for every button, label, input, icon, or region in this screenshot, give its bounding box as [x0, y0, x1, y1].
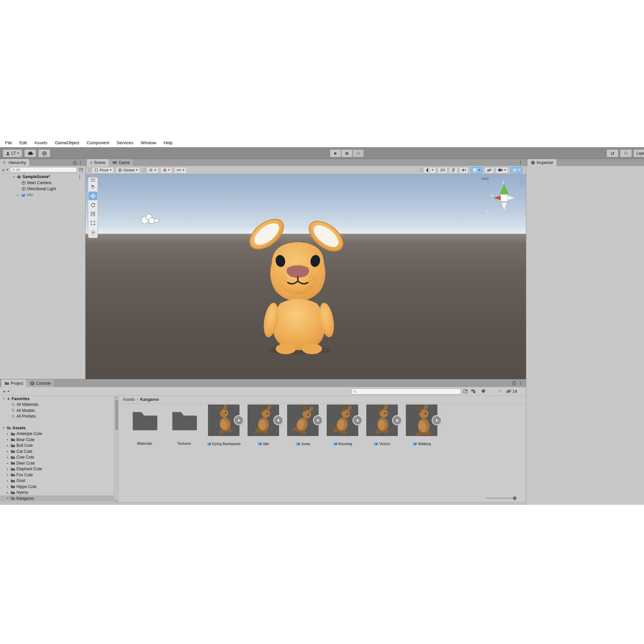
breadcrumb-current[interactable]: Kangaroo — [140, 397, 159, 402]
hierarchy-item-directional-light[interactable]: Directional Light — [0, 186, 85, 192]
move-tool-button[interactable] — [89, 192, 97, 200]
snap-settings-dropdown[interactable] — [174, 167, 187, 173]
camera-dropdown[interactable] — [496, 167, 508, 173]
tree-folder-antelope-cute[interactable]: ▸Antelope Cute — [0, 431, 114, 437]
tree-assets-root[interactable]: ▾ Assets — [0, 425, 114, 431]
tree-all-prefabs[interactable]: All Prefabs — [0, 414, 114, 420]
tab-inspector[interactable]: Inspector — [528, 159, 556, 166]
gizmos-dropdown[interactable] — [510, 167, 523, 173]
step-button[interactable] — [353, 149, 364, 157]
overlay-drag-handle[interactable] — [91, 179, 95, 181]
play-preview-button[interactable] — [273, 415, 283, 425]
tree-folder-goat[interactable]: ▸Goat — [0, 478, 114, 484]
tree-folder-deer-cute[interactable]: ▸Deer Cute — [0, 460, 114, 466]
menu-component[interactable]: Component — [83, 140, 113, 145]
play-preview-button[interactable] — [234, 415, 244, 425]
create-button[interactable]: + — [2, 167, 5, 172]
scroll-up-icon[interactable]: ▲ — [114, 396, 118, 398]
hidden-count-icon[interactable] — [506, 389, 512, 393]
create-button[interactable]: + — [3, 389, 6, 394]
asset-prefab-running[interactable]: Running — [327, 405, 358, 446]
camera-gizmo-icon[interactable] — [138, 211, 162, 227]
asset-prefab-victory[interactable]: Victory — [366, 405, 398, 446]
tab-game[interactable]: Game — [109, 159, 133, 166]
overlay-collapse-icon[interactable]: ‹ — [486, 207, 488, 214]
audio-toggle[interactable] — [459, 167, 469, 173]
lock-icon[interactable] — [73, 161, 76, 165]
tab-scene[interactable]: # Scene — [87, 159, 109, 166]
tree-all-materials[interactable]: All Materials — [0, 402, 114, 408]
toolbar-handle[interactable] — [420, 168, 422, 172]
play-preview-button[interactable] — [432, 415, 442, 425]
hierarchy-item-main-camera[interactable]: Main Camera — [0, 180, 85, 186]
rotate-tool-button[interactable] — [89, 201, 97, 209]
slider-knob[interactable] — [513, 496, 517, 500]
global-search-button[interactable] — [620, 149, 632, 157]
asset-folder-materials[interactable]: Materials — [129, 405, 160, 446]
panel-menu-icon[interactable]: ⋮ — [518, 160, 523, 165]
tree-folder-hyena[interactable]: ▸Hyena — [0, 490, 114, 496]
effects-dropdown[interactable] — [470, 167, 483, 173]
tree-favorites[interactable]: ▾ ★ Favorites — [0, 396, 114, 402]
menu-assets[interactable]: Assets — [31, 140, 51, 145]
pause-button[interactable] — [341, 149, 353, 157]
tree-folder-bear-cute[interactable]: ▸Bear Cute — [0, 437, 114, 443]
tree-scrollbar[interactable]: ▲ ▼ — [114, 396, 118, 502]
search-window-icon[interactable] — [78, 167, 83, 172]
hierarchy-item-scene[interactable]: ▾ SampleScene* ⋮ — [0, 174, 85, 180]
menu-services[interactable]: Services — [113, 140, 137, 145]
menu-window[interactable]: Window — [137, 140, 160, 145]
save-search-icon[interactable]: ★ — [498, 388, 502, 394]
tree-folder-elephant-cute[interactable]: ▸Elephant Cute — [0, 466, 114, 472]
pivot-dropdown[interactable]: Pivot — [92, 167, 114, 173]
menu-gameobject[interactable]: GameObject — [51, 140, 83, 145]
tree-folder-cow-cute[interactable]: ▸Cow Cute — [0, 454, 114, 461]
menu-edit[interactable]: Edit — [16, 140, 31, 145]
tree-folder-fox-cute[interactable]: ▸Fox Cute — [0, 472, 114, 478]
hierarchy-search-input[interactable]: All — [10, 167, 77, 172]
search-by-type-icon[interactable] — [471, 389, 476, 393]
shading-mode-dropdown[interactable] — [424, 167, 436, 173]
tree-all-models[interactable]: All Models — [0, 408, 114, 414]
menu-help[interactable]: Help — [160, 140, 176, 145]
scrollbar-thumb[interactable] — [115, 400, 118, 430]
tab-console[interactable]: Console — [27, 379, 54, 387]
gizmo-lock-icon[interactable] — [520, 181, 524, 186]
play-preview-button[interactable] — [313, 415, 323, 425]
play-preview-button[interactable] — [353, 415, 363, 425]
search-window-icon[interactable] — [463, 389, 468, 394]
2d-toggle[interactable]: 2D — [438, 167, 447, 173]
tab-project[interactable]: Project — [1, 379, 26, 387]
cloud-button[interactable] — [24, 149, 36, 157]
hierarchy-item-idle[interactable]: ▸ Idle — [0, 192, 85, 198]
grid-snap-dropdown[interactable] — [147, 167, 159, 173]
menu-file[interactable]: File — [1, 140, 16, 145]
toolbar-handle[interactable] — [143, 168, 145, 172]
panel-menu-icon[interactable]: ⋮ — [518, 381, 523, 386]
tree-folder-hippo-cute[interactable]: ▸Hippo Cute — [0, 484, 114, 490]
create-dropdown-icon[interactable] — [7, 391, 9, 392]
asset-prefab-jump[interactable]: Jump — [287, 405, 319, 446]
lighting-toggle[interactable] — [449, 167, 458, 173]
unlock-icon[interactable] — [513, 381, 516, 385]
breadcrumb-root[interactable]: Assets — [123, 397, 135, 402]
expand-arrow-icon[interactable]: ▸ — [16, 194, 19, 197]
asset-prefab-walking[interactable]: Walking — [406, 405, 437, 446]
collapse-arrow-icon[interactable]: ▾ — [12, 175, 15, 178]
play-button[interactable] — [330, 149, 341, 157]
panel-menu-icon[interactable]: ⋮ — [78, 160, 83, 165]
scene-menu-icon[interactable]: ⋮ — [77, 174, 82, 179]
transform-tool-button[interactable] — [89, 228, 97, 236]
account-button[interactable]: LT — [3, 149, 22, 157]
tree-folder-cat-cute[interactable]: ▸Cat Cute — [0, 448, 114, 454]
project-search-input[interactable] — [352, 388, 461, 394]
tree-folder-bull-cute[interactable]: ▸Bull Cute — [0, 443, 114, 449]
hand-tool-button[interactable] — [89, 182, 97, 191]
rect-tool-button[interactable] — [89, 219, 97, 227]
layers-button[interactable]: Layer — [633, 149, 644, 157]
thumbnail-zoom-slider[interactable] — [486, 496, 517, 500]
scroll-down-icon[interactable]: ▼ — [114, 499, 118, 502]
axis-gizmo[interactable]: y x — [488, 179, 520, 214]
asset-prefab-dying-backwards[interactable]: Dying Backwards — [208, 405, 239, 446]
increment-snap-dropdown[interactable] — [160, 167, 172, 173]
